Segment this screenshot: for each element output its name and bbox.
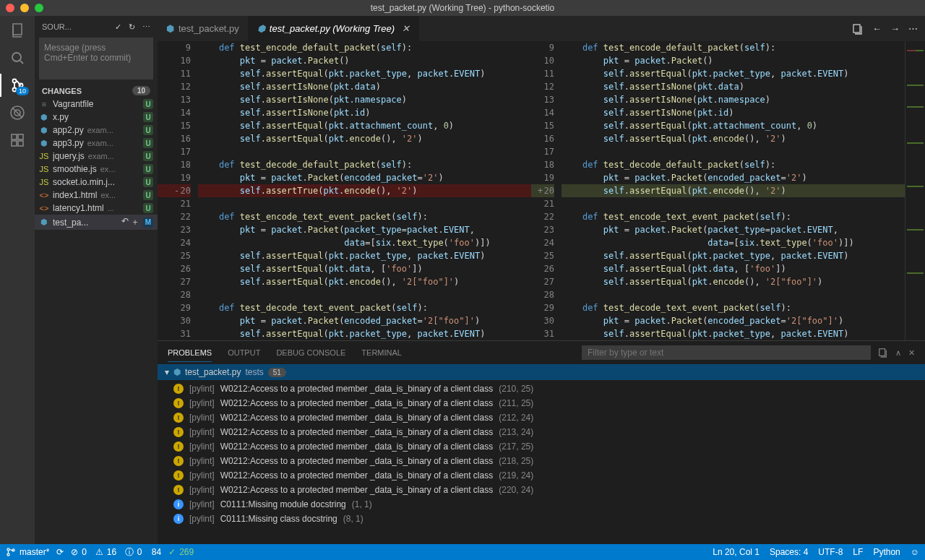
problem-item[interactable]: ![pylint] W0212:Access to a protected me… [158, 382, 925, 396]
problems-file-header[interactable]: ▾ ⬢ test_packet.py tests 51 [158, 364, 925, 380]
encoding[interactable]: UTF-8 [818, 547, 843, 557]
info-icon: i [173, 499, 184, 509]
collapse-icon[interactable] [878, 343, 888, 362]
problem-item[interactable]: ![pylint] W0212:Access to a protected me… [158, 425, 925, 439]
change-file-name: x.py [53, 112, 69, 122]
python-file-icon: ⬢ [39, 126, 49, 135]
debug-icon[interactable] [9, 104, 26, 121]
change-status-badge: U [143, 190, 153, 200]
problems-file-dir: tests [245, 367, 263, 377]
change-item[interactable]: ⬢app2.pyexam...U [35, 124, 158, 137]
svg-rect-11 [853, 25, 860, 33]
change-item[interactable]: ⬢test_pa...↶＋M [35, 215, 158, 230]
next-change-icon[interactable]: → [890, 23, 900, 34]
change-item[interactable]: <>latency1.html...U [35, 202, 158, 215]
svg-rect-10 [18, 134, 23, 139]
change-item[interactable]: <>index1.htmlex...U [35, 189, 158, 202]
problem-message: W0212:Access to a protected member _data… [220, 413, 494, 423]
editor-more-icon[interactable]: ⋯ [908, 23, 918, 34]
change-item[interactable]: JSsocket.io.min.j...U [35, 176, 158, 189]
close-window-icon[interactable] [6, 4, 14, 12]
change-file-name: test_pa... [53, 217, 88, 228]
status-checks[interactable]: ✓ 269 [168, 547, 194, 557]
git-branch[interactable]: master* [6, 547, 49, 557]
problem-location: (8, 1) [343, 514, 363, 524]
close-panel-icon[interactable]: ✕ [908, 344, 915, 362]
change-item[interactable]: ⬢app3.pyexam...U [35, 137, 158, 150]
explorer-icon[interactable] [9, 22, 26, 39]
problem-item[interactable]: ![pylint] W0212:Access to a protected me… [158, 439, 925, 454]
minimap[interactable] [905, 41, 925, 340]
svg-rect-8 [12, 141, 17, 146]
svg-rect-0 [13, 24, 22, 35]
editor-tab[interactable]: ⬢test_packet.py (Working Tree)✕ [249, 16, 419, 41]
file-icon: ≡ [39, 100, 49, 108]
js-file-icon: JS [39, 152, 49, 160]
prev-change-icon[interactable]: ← [872, 23, 882, 34]
more-icon[interactable]: ⋯ [142, 22, 150, 32]
extensions-icon[interactable] [9, 132, 26, 149]
problem-item[interactable]: ![pylint] W0212:Access to a protected me… [158, 410, 925, 425]
svg-point-13 [7, 548, 9, 551]
discard-icon[interactable]: ↶ [121, 216, 129, 228]
problems-filter-input[interactable] [582, 345, 871, 360]
problem-item[interactable]: i[pylint] C0111:Missing class docstring … [158, 512, 925, 526]
change-status-badge: U [143, 99, 153, 109]
svg-point-1 [12, 53, 21, 61]
changes-label: CHANGES [42, 87, 82, 95]
tab-output[interactable]: OUTPUT [228, 344, 260, 361]
language-mode[interactable]: Python [873, 547, 900, 557]
problem-location: (220, 24) [499, 485, 533, 495]
tab-label: test_packet.py (Working Tree) [270, 23, 395, 34]
change-item[interactable]: ⬢x.pyU [35, 111, 158, 124]
problem-item[interactable]: ![pylint] W0212:Access to a protected me… [158, 396, 925, 410]
warning-icon: ! [173, 470, 184, 481]
source-control-icon[interactable]: 10 [9, 77, 26, 94]
html-file-icon: <> [39, 204, 49, 212]
problem-item[interactable]: ![pylint] W0212:Access to a protected me… [158, 468, 925, 483]
info-icon: i [173, 514, 184, 524]
change-item[interactable]: ≡VagrantfileU [35, 98, 158, 111]
change-file-dir: ex... [100, 191, 139, 199]
problem-item[interactable]: ![pylint] W0212:Access to a protected me… [158, 483, 925, 497]
js-file-icon: JS [39, 165, 49, 173]
html-file-icon: <> [39, 191, 49, 199]
open-changes-icon[interactable] [852, 23, 864, 35]
change-file-name: smoothie.js [53, 164, 97, 174]
change-status-badge: U [143, 125, 153, 135]
commit-icon[interactable]: ✓ [115, 22, 121, 32]
status-diagnostics[interactable]: ⊘ 0 ⚠ 16 ⓘ 0 84 [71, 546, 161, 559]
python-file-icon: ⬢ [39, 139, 49, 148]
problem-source: [pylint] [189, 470, 215, 481]
minimize-window-icon[interactable] [20, 4, 29, 12]
refresh-icon[interactable]: ↻ [129, 22, 135, 32]
feedback-icon[interactable]: ☺ [911, 547, 919, 557]
sync-icon[interactable]: ⟳ [56, 547, 64, 557]
tab-debug-console[interactable]: DEBUG CONSOLE [276, 344, 345, 361]
change-status-badge: M [143, 217, 153, 228]
indent-info[interactable]: Spaces: 4 [770, 547, 808, 557]
change-item[interactable]: JSsmoothie.jsex...U [35, 163, 158, 176]
problem-source: [pylint] [189, 456, 215, 466]
commit-message-input[interactable]: Message (press Cmd+Enter to commit) [39, 38, 153, 79]
tab-terminal[interactable]: TERMINAL [361, 344, 402, 361]
cursor-position[interactable]: Ln 20, Col 1 [713, 547, 760, 557]
problem-message: W0212:Access to a protected member _data… [220, 427, 494, 437]
tab-problems[interactable]: PROBLEMS [168, 344, 212, 362]
change-item[interactable]: JSjquery.jsexam...U [35, 150, 158, 163]
search-icon[interactable] [9, 49, 26, 66]
maximize-window-icon[interactable] [35, 4, 43, 12]
eol[interactable]: LF [853, 547, 863, 557]
problem-item[interactable]: i[pylint] C0111:Missing module docstring… [158, 497, 925, 512]
maximize-panel-icon[interactable]: ∧ [895, 344, 901, 362]
editor-tab[interactable]: ⬢test_packet.py [158, 16, 249, 41]
problems-file-name: test_packet.py [185, 367, 241, 377]
changes-header[interactable]: CHANGES 10 [35, 84, 158, 98]
close-tab-icon[interactable]: ✕ [402, 23, 410, 34]
warning-icon: ! [173, 398, 184, 408]
stage-icon[interactable]: ＋ [131, 216, 139, 228]
diff-editor[interactable]: 910111213141516171819-202122232425262728… [158, 41, 925, 340]
problem-item[interactable]: ![pylint] W0212:Access to a protected me… [158, 454, 925, 468]
window-controls[interactable] [6, 4, 43, 12]
changes-list: ≡VagrantfileU⬢x.pyU⬢app2.pyexam...U⬢app3… [35, 98, 158, 544]
